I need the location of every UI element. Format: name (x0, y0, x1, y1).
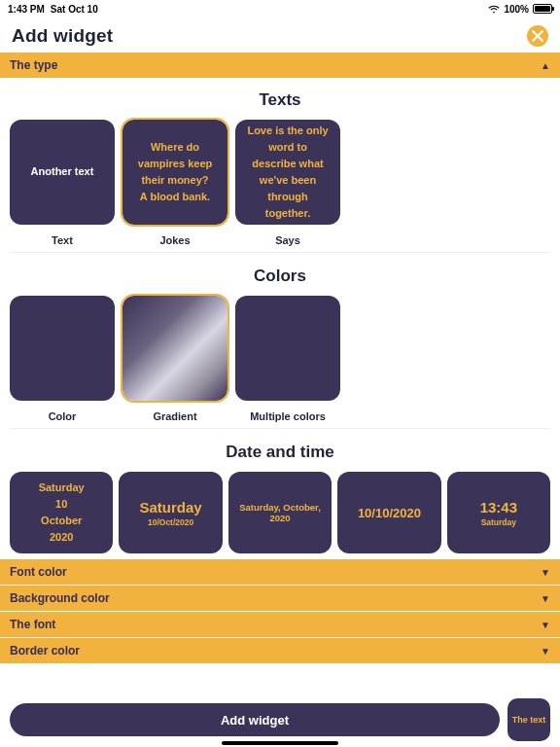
chevron-up-icon: ▲ (541, 60, 550, 71)
battery-icon (533, 4, 552, 14)
status-bar: 1:43 PM Sat Oct 10 100% (0, 0, 560, 18)
status-time: 1:43 PM (8, 4, 45, 15)
accordion-font[interactable]: The font ▼ (0, 612, 560, 637)
datetime-tile-3[interactable]: 10/10/2020 (337, 472, 440, 553)
accordion-type[interactable]: The type ▲ (0, 53, 560, 78)
header: Add widget (0, 18, 560, 53)
status-date: Sat Oct 10 (51, 4, 98, 15)
color-tile-solid[interactable] (10, 296, 115, 401)
add-widget-button[interactable]: Add widget (10, 703, 500, 736)
tile-label: Text (10, 234, 115, 246)
accordion-label: The type (10, 58, 57, 72)
section-colors: Colors Color Gradient Multiple colors (0, 255, 560, 429)
accordion-label: Border color (10, 644, 80, 658)
datetime-tile-4[interactable]: 13:43 Saturday (447, 472, 550, 553)
close-icon (532, 30, 543, 42)
accordion-background-color[interactable]: Background color ▼ (0, 586, 560, 611)
chevron-down-icon: ▼ (541, 593, 550, 604)
accordion-label: Background color (10, 591, 110, 605)
footer: Add widget The text (0, 698, 560, 741)
datetime-tile-0[interactable]: Saturday 10 October 2020 (10, 472, 113, 553)
chevron-down-icon: ▼ (541, 646, 550, 657)
tile-label: Multiple colors (235, 410, 340, 422)
home-indicator (222, 741, 338, 745)
color-tile-gradient[interactable] (122, 296, 228, 401)
text-tile-jokes[interactable]: Where do vampires keep their money? A bl… (122, 120, 228, 225)
tile-label: Color (10, 410, 115, 422)
accordion-border-color[interactable]: Border color ▼ (0, 638, 560, 663)
color-tile-multiple[interactable] (235, 296, 340, 401)
section-title-colors: Colors (10, 267, 550, 286)
tile-label: Gradient (122, 410, 228, 422)
tile-label: Says (235, 234, 340, 246)
close-button[interactable] (527, 25, 548, 47)
section-title-texts: Texts (10, 90, 550, 110)
wifi-icon (488, 5, 500, 14)
accordion-font-color[interactable]: Font color ▼ (0, 559, 560, 585)
tile-label: Jokes (122, 234, 228, 246)
section-texts: Texts Another text Where do vampires kee… (0, 79, 560, 253)
section-datetime: Date and time Saturday 10 October 2020 S… (0, 431, 560, 553)
chevron-down-icon: ▼ (541, 620, 550, 630)
widget-preview[interactable]: The text (508, 698, 550, 741)
text-tile-text[interactable]: Another text (10, 120, 115, 225)
accordion-label: The font (10, 618, 55, 631)
chevron-down-icon: ▼ (541, 567, 550, 578)
page-title: Add widget (12, 25, 113, 47)
section-title-datetime: Date and time (10, 443, 550, 462)
battery-percent: 100% (504, 4, 529, 15)
datetime-tile-1[interactable]: Saturday 10/Oct/2020 (119, 472, 222, 553)
datetime-tile-2[interactable]: Saturday, October, 2020 (228, 472, 332, 553)
text-tile-says[interactable]: Love is the only word to describe what w… (235, 120, 340, 225)
accordion-label: Font color (10, 565, 67, 579)
